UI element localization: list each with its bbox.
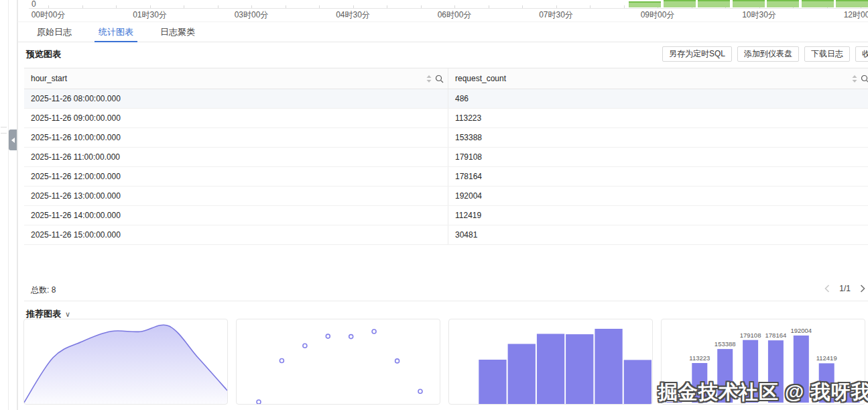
rail-divider: [1, 133, 7, 134]
recommended-chart-scatter[interactable]: [236, 319, 440, 405]
timeline-tick: [522, 5, 523, 8]
bar: [768, 340, 784, 403]
table-header-row: hour_startrequest_count: [24, 68, 868, 89]
main-panel: 原始日志统计图表日志聚类 预览图表 另存为定时SQL添加到仪表盘下载日志收起配置…: [17, 21, 868, 410]
collapse-panel-handle[interactable]: [9, 130, 17, 150]
toolbar-buttons: 另存为定时SQL添加到仪表盘下载日志收起配置: [662, 46, 868, 62]
log-timeline-histogram[interactable]: 0 00时00分01时30分03时00分04时30分06时00分07时30分09…: [17, 0, 868, 21]
cell-hour-start: 2025-11-26 10:00:00.000: [24, 128, 448, 147]
bar-value-label: 30481: [843, 383, 861, 391]
recommended-chart-area[interactable]: [23, 319, 228, 405]
log-analytics-page: 0 00时00分01时30分03时00分04时30分06时00分07时30分09…: [0, 0, 868, 410]
table-row[interactable]: 2025-11-26 13:00:00.000192004: [24, 187, 868, 206]
timeline-green-bar[interactable]: [698, 0, 730, 7]
timeline-tick: [82, 5, 83, 8]
recommended-chart-labeled-bar[interactable]: 4861132231533881791081781641920041124193…: [661, 319, 865, 405]
area-chart-svg: [24, 319, 227, 404]
left-sidebar-strip: [0, 0, 9, 410]
timeline-green-bar[interactable]: [733, 0, 765, 7]
tab-log-clustering[interactable]: 日志聚类: [160, 22, 195, 42]
bar-value-label: 112419: [816, 354, 837, 362]
timeline-tick-label: 06时00分: [438, 9, 472, 21]
tab-label: 统计图表: [99, 26, 133, 38]
timeline-tick: [150, 5, 151, 8]
scatter-point: [349, 335, 353, 339]
left-sidebar-strip-2: [9, 0, 17, 410]
timeline-green-bar[interactable]: [629, 1, 661, 7]
chevron-left-icon: [11, 138, 15, 143]
save-as-scheduled-sql-button[interactable]: 另存为定时SQL: [662, 46, 732, 62]
timeline-tick-label: 01时30分: [133, 9, 167, 21]
cell-hour-start: 2025-11-26 15:00:00.000: [24, 225, 448, 244]
scatter-point: [303, 344, 307, 348]
histogram-chart-svg: [449, 319, 652, 404]
bar-value-label: 178164: [765, 331, 787, 339]
next-page-button[interactable]: [860, 285, 865, 293]
scatter-chart-svg: [237, 319, 440, 404]
column-header-icons: [852, 74, 868, 83]
histogram-bar: [508, 344, 536, 405]
timeline-green-bar[interactable]: [767, 0, 799, 7]
timeline-tick: [590, 5, 591, 8]
timeline-tick: [319, 5, 320, 8]
table-row[interactable]: 2025-11-26 12:00:00.000178164: [24, 167, 868, 187]
timeline-green-bar[interactable]: [664, 0, 696, 7]
result-table: hour_startrequest_count 2025-11-26 08:00…: [24, 68, 868, 301]
tab-raw-logs[interactable]: 原始日志: [37, 22, 72, 42]
table-row[interactable]: 2025-11-26 10:00:00.000153388: [24, 128, 868, 148]
cell-hour-start: 2025-11-26 08:00:00.000: [24, 89, 448, 108]
timeline-tick: [556, 5, 557, 8]
download-logs-button[interactable]: 下载日志: [804, 46, 850, 62]
scatter-point: [280, 359, 284, 363]
timeline-tick: [387, 5, 387, 8]
search-icon[interactable]: [435, 74, 444, 83]
prev-page-button[interactable]: [824, 285, 830, 293]
cell-request-count: 178164: [448, 167, 868, 186]
pagination: 1/1: [824, 284, 865, 293]
sort-icon[interactable]: [852, 75, 857, 83]
cell-request-count: 112419: [448, 206, 868, 225]
tab-statistics-chart[interactable]: 统计图表: [99, 22, 133, 42]
cell-request-count: 30481: [448, 225, 868, 244]
tab-label: 原始日志: [37, 26, 72, 38]
search-icon[interactable]: [861, 74, 868, 83]
table-row[interactable]: 2025-11-26 15:00:00.00030481: [24, 225, 868, 245]
timeline-tick: [116, 5, 117, 8]
histogram-bar: [479, 360, 506, 404]
column-header-hour_start[interactable]: hour_start: [24, 68, 448, 89]
timeline-tick: [421, 5, 422, 8]
timeline-tick: [353, 5, 354, 8]
bar: [845, 392, 860, 403]
rail-divider: [1, 127, 7, 127]
timeline-tick: [624, 5, 625, 8]
cell-request-count: 486: [448, 89, 868, 108]
labeled-bar-chart-svg: 4861132231533881791081781641920041124193…: [662, 319, 865, 404]
recommended-chart-histogram[interactable]: [448, 319, 653, 405]
sort-icon[interactable]: [426, 75, 432, 83]
column-header-request_count[interactable]: request_count: [448, 68, 868, 89]
table-row[interactable]: 2025-11-26 09:00:00.000113223: [24, 109, 868, 128]
cell-hour-start: 2025-11-26 09:00:00.000: [24, 109, 448, 127]
table-row[interactable]: 2025-11-26 08:00:00.000486: [24, 89, 868, 109]
column-name: hour_start: [31, 74, 67, 83]
table-row[interactable]: 2025-11-26 11:00:00.000179108: [24, 148, 868, 167]
bar: [666, 402, 682, 403]
timeline-tick-label: 09时00分: [641, 9, 675, 21]
bar-value-label: 179108: [740, 331, 761, 339]
timeline-tick: [48, 5, 49, 8]
cell-request-count: 113223: [448, 109, 868, 127]
cell-hour-start: 2025-11-26 14:00:00.000: [24, 206, 448, 225]
preview-chart-title: 预览图表: [26, 48, 61, 60]
timeline-green-bar[interactable]: [802, 0, 834, 7]
timeline-axis: [29, 8, 868, 9]
timeline-tick-label: 12时00分: [844, 9, 868, 21]
bar-value-label: 192004: [790, 327, 812, 334]
timeline-green-bar[interactable]: [836, 0, 868, 7]
timeline-tick-label: 10时30分: [742, 9, 776, 21]
timeline-tick: [251, 5, 252, 8]
add-to-dashboard-button[interactable]: 添加到仪表盘: [737, 46, 799, 62]
table-row[interactable]: 2025-11-26 14:00:00.000112419: [24, 206, 868, 225]
collapse-config-button[interactable]: 收起配置: [855, 46, 868, 62]
bar-value-label: 153388: [715, 340, 736, 348]
timeline-tick: [489, 5, 489, 8]
